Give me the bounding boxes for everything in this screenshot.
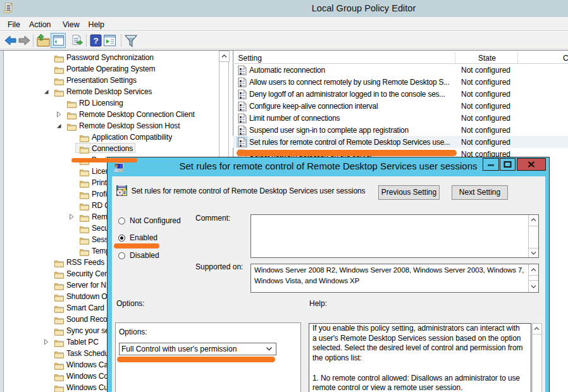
svg-text:?: ? bbox=[93, 36, 98, 46]
